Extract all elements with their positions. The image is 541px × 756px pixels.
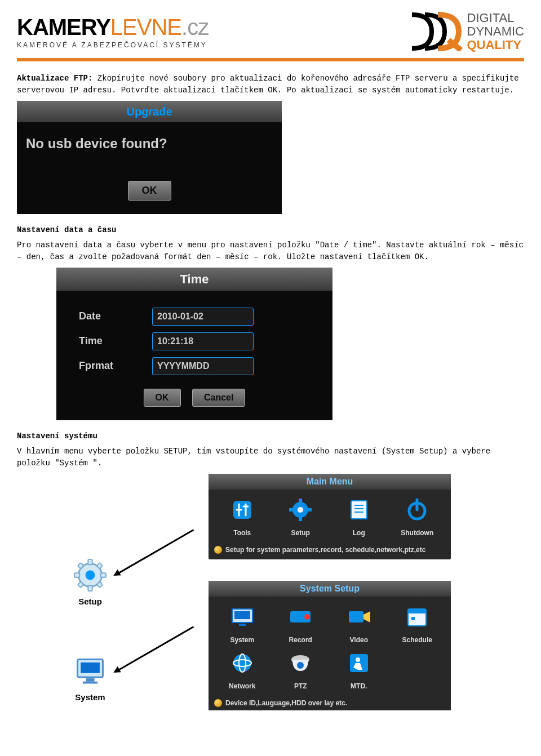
svg-point-42 xyxy=(356,657,360,662)
system-setup-item-system[interactable]: System xyxy=(220,603,265,645)
format-input[interactable]: YYYYMMDD xyxy=(152,357,254,375)
system-setup-item-schedule[interactable]: Schedule xyxy=(394,603,440,645)
motion-icon xyxy=(345,650,373,677)
system-setup-item-record[interactable]: Record xyxy=(278,603,323,645)
external-setup-icon: Setup xyxy=(73,558,107,608)
gear-icon xyxy=(287,496,314,523)
page-header: KAMERYLEVNE.cz KAMEROVÉ A ZABEZPEČOVACÍ … xyxy=(0,0,541,58)
gear-icon xyxy=(73,558,107,592)
external-setup-label: Setup xyxy=(73,595,107,608)
upgrade-message: No usb device found? xyxy=(26,134,273,154)
svg-rect-12 xyxy=(86,678,95,682)
svg-rect-20 xyxy=(307,508,312,512)
time-dialog-title: Time xyxy=(56,268,332,291)
svg-rect-13 xyxy=(83,681,97,683)
upgrade-ok-button[interactable]: OK xyxy=(128,181,171,201)
monitor-icon xyxy=(229,603,256,630)
logo-word-2: LEVNE xyxy=(110,15,181,39)
ptz-icon xyxy=(287,650,314,677)
main-menu-item-shutdown[interactable]: Shutdown xyxy=(394,496,440,538)
main-menu-footer: Setup for system parameters,record, sche… xyxy=(209,542,451,559)
network-icon xyxy=(229,650,256,677)
system-setup-item-network[interactable]: Network xyxy=(220,650,265,691)
time-label: Time xyxy=(79,333,152,349)
document-content: Aktualizace FTP: Zkopírujte nové soubory… xyxy=(0,73,541,710)
ddq-icon xyxy=(409,12,463,51)
logo-cz: .cz xyxy=(181,15,209,39)
svg-rect-3 xyxy=(88,585,92,590)
system-setup-item-video[interactable]: Video xyxy=(336,603,382,645)
arrow-to-setup xyxy=(115,529,194,576)
ddq-line-3: QUALITY xyxy=(467,38,524,52)
svg-rect-5 xyxy=(101,573,106,577)
ddq-logo: DIGITAL DYNAMIC QUALITY xyxy=(409,11,524,52)
log-icon xyxy=(345,496,373,523)
menu-screenshot-group: Setup System Main Menu Tools xyxy=(73,474,468,693)
main-menu-item-log[interactable]: Log xyxy=(336,496,382,538)
time-cancel-button[interactable]: Cancel xyxy=(192,389,245,407)
svg-rect-34 xyxy=(408,609,426,613)
date-label: Date xyxy=(79,309,152,324)
date-input[interactable]: 2010-01-02 xyxy=(152,308,254,326)
system-setup-footer: Device ID,Lauguage,HDD over lay etc. xyxy=(209,696,451,710)
svg-rect-2 xyxy=(88,559,92,564)
power-icon xyxy=(403,496,431,523)
svg-rect-28 xyxy=(234,611,250,619)
ftp-body: Zkopírujte nové soubory pro aktualizaci … xyxy=(17,74,519,95)
svg-rect-21 xyxy=(351,501,367,519)
format-label: Fprmat xyxy=(79,358,152,373)
main-menu-item-setup[interactable]: Setup xyxy=(278,496,323,538)
upgrade-title: Upgrade xyxy=(126,105,172,118)
logo-subtitle: KAMEROVÉ A ZABEZPEČOVACÍ SYSTÉMY xyxy=(17,41,209,49)
system-setup-item-mtd[interactable]: MTD. xyxy=(336,650,382,691)
external-system-icon: System xyxy=(73,654,107,704)
monitor-icon xyxy=(73,654,107,688)
ddq-line-2: DYNAMIC xyxy=(467,25,524,38)
divider-bar xyxy=(17,58,524,61)
svg-point-16 xyxy=(298,507,303,513)
svg-point-31 xyxy=(304,614,310,620)
svg-rect-29 xyxy=(239,624,246,626)
main-menu-panel: Main Menu Tools Setup Log Shutdown xyxy=(209,474,451,559)
ddq-line-1: DIGITAL xyxy=(467,11,524,25)
kamerylevne-logo: KAMERYLEVNE.cz KAMEROVÉ A ZABEZPEČOVACÍ … xyxy=(17,15,209,49)
svg-rect-17 xyxy=(299,499,302,503)
system-section-title: Nastavení systému xyxy=(17,430,524,442)
arrow-to-system xyxy=(115,626,194,673)
upgrade-dialog-screenshot: Upgrade No usb device found? OK xyxy=(17,101,524,214)
record-icon xyxy=(287,603,314,630)
system-setup-item-ptz[interactable]: PTZ xyxy=(278,650,323,691)
video-icon xyxy=(345,603,373,630)
main-menu-item-tools[interactable]: Tools xyxy=(220,496,265,538)
svg-rect-35 xyxy=(411,617,415,620)
ftp-paragraph: Aktualizace FTP: Zkopírujte nové soubory… xyxy=(17,73,524,96)
time-input[interactable]: 10:21:18 xyxy=(152,332,254,350)
time-section-title: Nastavení data a času xyxy=(17,224,524,236)
logo-word-1: KAMERY xyxy=(17,15,110,39)
upgrade-dialog: Upgrade No usb device found? OK xyxy=(17,101,282,214)
system-setup-title: System Setup xyxy=(209,581,451,597)
time-dialog-screenshot: Time Date 2010-01-02 Time 10:21:18 Fprma… xyxy=(56,268,524,420)
info-dot-icon xyxy=(214,546,222,554)
info-dot-icon xyxy=(214,699,222,707)
svg-point-1 xyxy=(86,570,95,580)
svg-point-40 xyxy=(297,662,304,669)
svg-rect-19 xyxy=(289,508,294,512)
time-dialog: Time Date 2010-01-02 Time 10:21:18 Fprma… xyxy=(56,268,332,420)
system-setup-panel: System Setup System Record Video Schedul… xyxy=(209,581,451,710)
external-system-label: System xyxy=(73,691,107,704)
svg-rect-32 xyxy=(349,611,363,622)
svg-rect-11 xyxy=(81,662,100,673)
ftp-title: Aktualizace FTP: xyxy=(17,74,92,83)
main-menu-title: Main Menu xyxy=(209,474,451,490)
system-section-body: V hlavním menu vyberte položku SETUP, tí… xyxy=(17,446,524,469)
time-ok-button[interactable]: OK xyxy=(144,389,181,407)
svg-rect-4 xyxy=(74,573,79,577)
svg-point-36 xyxy=(233,654,251,672)
svg-rect-18 xyxy=(299,517,302,521)
time-section-body: Pro nastavení data a času vyberte v menu… xyxy=(17,239,524,263)
calendar-icon xyxy=(403,603,431,630)
tools-icon xyxy=(229,496,256,523)
